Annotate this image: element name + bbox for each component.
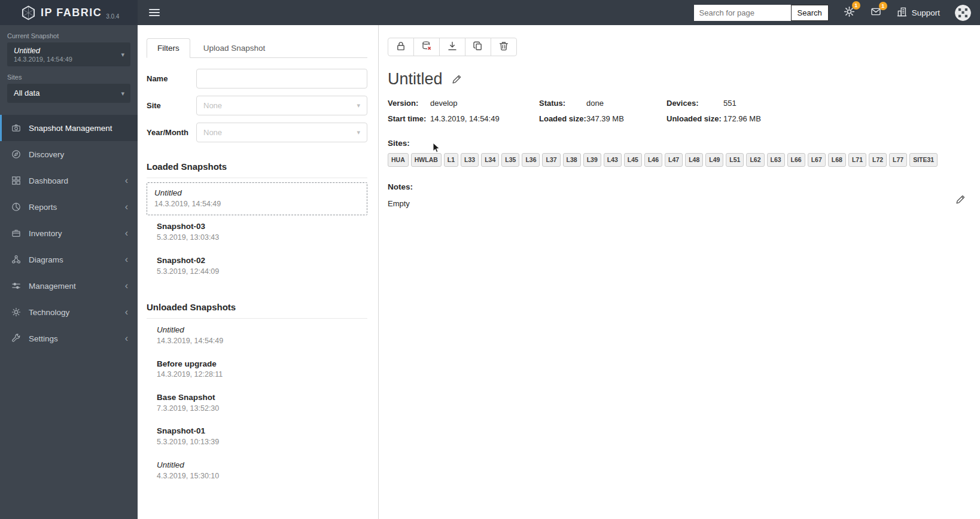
sidebar-item-technology[interactable]: Technology ‹ [0,299,138,325]
notes-value: Empty [388,199,967,208]
clone-button[interactable] [465,38,491,56]
name-label: Name [147,74,196,83]
unload-snapshot-button[interactable] [413,38,440,56]
site-tag[interactable]: L45 [624,153,642,167]
support-label: Support [912,8,940,17]
snapshot-name: Untitled [157,460,367,471]
snapshot-name: Base Snapshot [157,392,367,404]
mail-badge: 1 [879,2,887,10]
site-tag[interactable]: L37 [542,153,560,167]
site-tag[interactable]: L63 [767,153,785,167]
site-tag[interactable]: L33 [461,153,479,167]
site-tag[interactable]: HWLAB [411,153,442,167]
panel-tabbar: Filters Upload Snapshot [147,38,367,58]
site-tag[interactable]: L34 [481,153,499,167]
site-tag[interactable]: HUA [388,153,409,167]
snapshot-name: Before upgrade [157,359,367,370]
app-version: 3.0.4 [106,13,119,20]
snapshot-list-item-03[interactable]: Snapshot-03 5.3.2019, 13:03:43 [147,215,367,249]
site-tag[interactable]: L66 [787,153,805,167]
lock-button[interactable] [388,38,414,56]
site-tag[interactable]: L67 [808,153,826,167]
pencil-icon [452,74,462,84]
search-button[interactable]: Search [791,5,829,21]
sites-select[interactable]: All data ▾ [7,84,130,103]
tab-upload-snapshot[interactable]: Upload Snapshot [190,39,279,57]
site-tag[interactable]: L48 [685,153,703,167]
sidebar-item-dashboard[interactable]: Dashboard ‹ [0,167,138,194]
snapshot-details: Version:develop Status:done Devices:551 … [388,99,967,123]
site-tag[interactable]: SITE31 [909,153,938,167]
support-button[interactable]: Support [897,7,940,19]
snapshot-name: Snapshot-01 [157,426,367,437]
sidebar-item-discovery[interactable]: Discovery [0,141,138,167]
site-tag[interactable]: L46 [644,153,662,167]
site-tag[interactable]: L51 [726,153,744,167]
site-tag[interactable]: L77 [889,153,907,167]
user-avatar[interactable] [955,5,971,21]
snapshot-name: Snapshot-02 [157,255,367,267]
site-tag[interactable]: L43 [604,153,622,167]
sliders-icon [11,281,21,291]
messages-button[interactable]: 1 [870,7,882,19]
site-tag[interactable]: L1 [444,153,458,167]
snapshot-management-icon [11,123,21,133]
site-tag[interactable]: L71 [848,153,866,167]
site-select[interactable]: None ▾ [196,96,367,115]
delete-button[interactable] [491,38,517,56]
snapshot-list-item-before-upgrade[interactable]: Before upgrade 14.3.2019, 12:28:11 [147,353,367,386]
edit-notes-button[interactable] [955,194,966,207]
network-diagram-icon [11,255,21,264]
search-input[interactable] [694,5,791,21]
sidebar-item-label: Settings [29,334,58,343]
sidebar-item-label: Inventory [29,229,62,238]
topbar: IP FABRIC 3.0.4 Search 1 1 Support [0,0,980,25]
snapshot-date: 14.3.2019, 12:28:11 [157,370,367,380]
loaded-snapshots-list: Untitled 14.3.2019, 14:54:49 Snapshot-03… [147,182,367,283]
chevron-icon: ‹ [125,281,128,291]
site-tag[interactable]: L68 [828,153,846,167]
name-input[interactable] [196,69,367,88]
pencil-icon [955,194,966,204]
site-tag[interactable]: L62 [746,153,764,167]
snapshot-list-item-untitled[interactable]: Untitled 14.3.2019, 14:54:49 [147,182,367,215]
pie-chart-icon [11,202,21,212]
site-tag[interactable]: L36 [522,153,540,167]
sidebar-item-reports[interactable]: Reports ‹ [0,194,138,220]
snapshot-list-item-untitled-3[interactable]: Untitled 4.3.2019, 15:30:10 [147,454,367,487]
snapshot-date: 5.3.2019, 13:03:43 [157,233,367,243]
settings-notifications-button[interactable]: 1 [844,6,855,20]
sidebar-item-settings[interactable]: Settings ‹ [0,325,138,352]
yearmonth-select[interactable]: None ▾ [196,123,367,142]
site-tag[interactable]: L35 [501,153,519,167]
sites-select-value: All data [14,87,116,99]
snapshot-date: 5.3.2019, 12:44:09 [157,267,367,277]
sidebar-item-management[interactable]: Management ‹ [0,273,138,299]
snapshot-date: 14.3.2019, 14:54:49 [154,199,367,210]
snapshot-list-item-02[interactable]: Snapshot-02 5.3.2019, 12:44:09 [147,249,367,283]
sidebar-item-snapshot-management[interactable]: Snapshot Management [0,115,138,141]
download-button[interactable] [439,38,465,56]
menu-toggle-button[interactable] [147,5,162,20]
edit-title-button[interactable] [452,74,462,84]
sidebar-item-diagrams[interactable]: Diagrams ‹ [0,246,138,273]
gear-icon [11,307,21,317]
site-tag[interactable]: L72 [869,153,887,167]
site-select-value: None [203,101,222,110]
site-tag[interactable]: L49 [705,153,723,167]
database-remove-icon [421,41,432,54]
snapshot-name: Untitled [154,188,367,199]
current-snapshot-select[interactable]: Untitled 14.3.2019, 14:54:49 ▾ [7,42,130,66]
snapshot-list-item-01[interactable]: Snapshot-01 5.3.2019, 10:13:39 [147,420,367,453]
site-tag[interactable]: L38 [563,153,581,167]
ipfabric-logo-icon [22,5,35,20]
sidebar-item-inventory[interactable]: Inventory ‹ [0,220,138,246]
snapshot-date: 7.3.2019, 13:52:30 [157,404,367,414]
snapshot-list-item-base-snapshot[interactable]: Base Snapshot 7.3.2019, 13:52:30 [147,386,367,420]
sidebar-item-label: Management [29,282,76,291]
snapshot-list-item-untitled-2[interactable]: Untitled 14.3.2019, 14:54:49 [147,319,367,352]
current-snapshot-name: Untitled [14,46,116,56]
tab-filters[interactable]: Filters [147,38,190,58]
site-tag[interactable]: L39 [583,153,601,167]
site-tag[interactable]: L47 [665,153,683,167]
